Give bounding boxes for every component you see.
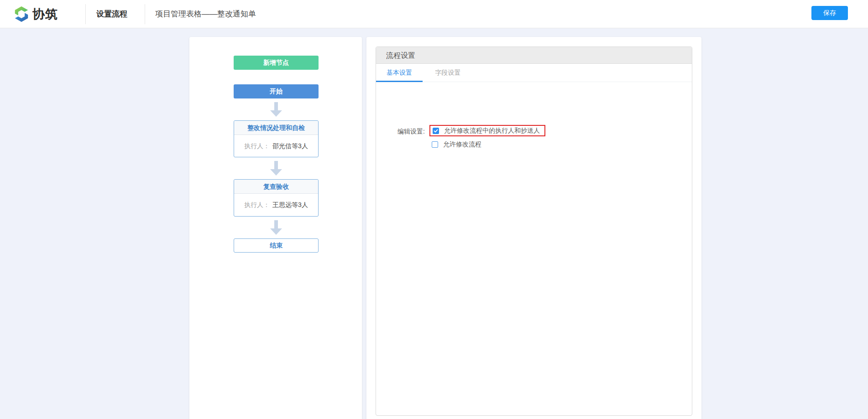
flow-node-rectification[interactable]: 整改情况处理和自检 执行人： 邵光信等3人	[234, 120, 319, 157]
executor-label: 执行人：	[244, 201, 270, 209]
option-row-allow-modify-executors: 允许修改流程中的执行人和抄送人	[429, 125, 545, 136]
panel-title: 流程设置	[376, 47, 692, 64]
settings-card: 流程设置 基本设置 字段设置 编辑设置: 允许修改流程中的执行人和抄送人	[366, 37, 701, 419]
arrow-down-icon	[234, 220, 319, 235]
flow-node-review[interactable]: 复查验收 执行人： 王思远等3人	[234, 179, 319, 217]
executor-value: 邵光信等3人	[272, 142, 308, 150]
check-icon	[434, 129, 438, 133]
header-divider	[85, 4, 86, 24]
header-divider	[145, 4, 145, 24]
node-title: 整改情况处理和自检	[234, 121, 318, 135]
arrow-down-icon	[234, 161, 319, 176]
node-executor-row: 执行人： 邵光信等3人	[234, 135, 318, 157]
app-logo: 协筑	[13, 5, 58, 23]
app-header: 协筑 设置流程 项目管理表格——整改通知单 保存	[0, 0, 868, 28]
node-title: 复查验收	[234, 180, 318, 194]
start-node[interactable]: 开始	[234, 84, 319, 98]
tab-field-settings[interactable]: 字段设置	[424, 64, 471, 82]
arrow-down-icon	[234, 102, 319, 117]
tab-basic-settings[interactable]: 基本设置	[376, 64, 423, 82]
edit-settings-label: 编辑设置:	[376, 128, 425, 136]
flow-settings-page: 协筑 设置流程 项目管理表格——整改通知单 保存 新增节点 开始 整改情况处理和…	[0, 0, 868, 419]
page-title: 设置流程	[96, 0, 127, 28]
executor-label: 执行人：	[244, 142, 270, 150]
option-row-allow-modify-flow: 允许修改流程	[432, 140, 481, 150]
option-label[interactable]: 允许修改流程	[443, 140, 481, 149]
settings-tabs: 基本设置 字段设置	[376, 64, 692, 82]
option-label[interactable]: 允许修改流程中的执行人和抄送人	[444, 127, 540, 135]
logo-text: 协筑	[32, 6, 58, 22]
add-node-button[interactable]: 新增节点	[234, 56, 319, 70]
flow-settings-panel: 流程设置 基本设置 字段设置 编辑设置: 允许修改流程中的执行人和抄送人	[376, 47, 692, 416]
basic-settings-content: 编辑设置: 允许修改流程中的执行人和抄送人 允许修	[376, 82, 692, 415]
xiezhu-logo-icon	[13, 5, 30, 23]
end-node[interactable]: 结束	[234, 238, 319, 253]
node-executor-row: 执行人： 王思远等3人	[234, 194, 318, 216]
save-button[interactable]: 保存	[811, 6, 848, 20]
flow-diagram-panel: 新增节点 开始 整改情况处理和自检 执行人： 邵光信等3人 复查验收 执行人： …	[189, 37, 362, 419]
form-name-title: 项目管理表格——整改通知单	[155, 0, 256, 28]
checkbox-allow-modify-flow[interactable]	[432, 141, 438, 148]
executor-value: 王思远等3人	[272, 201, 308, 209]
checkbox-allow-modify-executors[interactable]	[433, 128, 439, 134]
